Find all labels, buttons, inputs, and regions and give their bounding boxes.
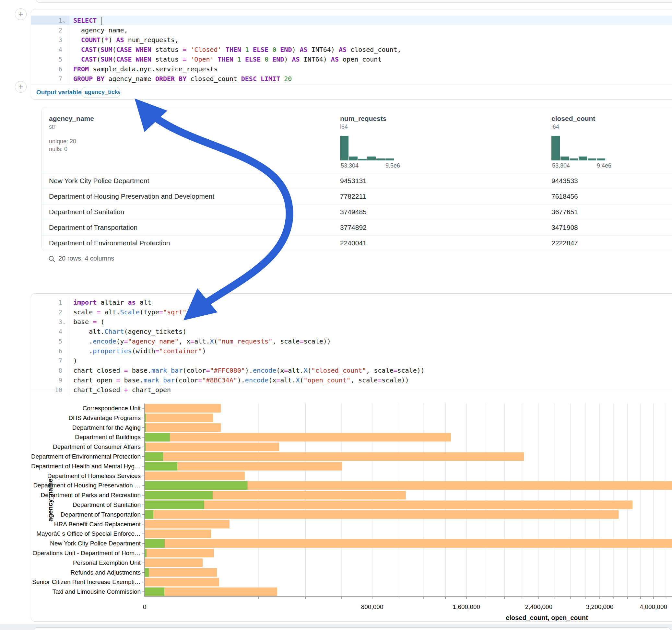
column-type: str (49, 123, 55, 130)
row-divider (42, 235, 672, 236)
altair-chart: 800,0001,600,0002,400,0003,200,0004,000,… (31, 391, 672, 622)
x-tick-label: 3,200,000 (586, 603, 614, 610)
y-tick-label: Department for the Aging (72, 424, 141, 431)
y-tick-label: Mayorâ€ s Office of Special Enforce… (36, 530, 141, 537)
line-number: 8 (31, 366, 62, 375)
y-tick-label: Senior Citizen Rent Increase Exempti… (32, 579, 141, 585)
histogram-bar (367, 156, 376, 161)
histogram-max-label: 9.4e6 (597, 162, 611, 169)
line-number: 1 (31, 297, 62, 307)
table-cell: 3774892 (340, 224, 367, 232)
y-tick-label: DHS Advantage Programs (68, 414, 141, 421)
output-variable-pill[interactable]: agency_tickets (81, 87, 120, 98)
code-text: .encode(y="agency_name", x=alt.X("num_re… (73, 336, 331, 346)
y-tick-label: Operations Unit - Department of Hom… (32, 550, 141, 556)
line-number: 4 (31, 327, 62, 336)
histogram-bar (560, 156, 569, 161)
column-header[interactable]: num_requests (340, 115, 387, 122)
bar-closed_count (145, 404, 221, 413)
next-cell-border (34, 627, 671, 630)
table-cell: 7782211 (340, 193, 366, 200)
code-text: CAST(SUM(CASE WHEN status = 'Closed' THE… (73, 45, 401, 54)
code-line[interactable]: 4 alt.Chart(agency_tickets) (31, 327, 672, 336)
row-divider (42, 204, 672, 204)
x-tick-label: 2,400,000 (525, 603, 553, 610)
table-cell: 3749485 (340, 208, 367, 216)
table-cell: 3677651 (551, 208, 578, 216)
column-type: i64 (340, 123, 348, 130)
histogram-bar (588, 159, 596, 161)
code-line[interactable]: 5 CAST(SUM(CASE WHEN status = 'Open' THE… (31, 54, 672, 64)
y-tick-label: HRA Benefit Card Replacement (54, 521, 141, 528)
bar-chart-canvas: 800,0001,600,0002,400,0003,200,0004,000,… (31, 391, 672, 622)
table-cell: 2240041 (340, 239, 367, 247)
column-histogram[interactable] (551, 136, 606, 161)
table-cell: Department of Environmental Protection (49, 239, 170, 247)
column-header[interactable]: agency_name (49, 115, 94, 122)
code-line[interactable]: 1⌄SELECT (31, 16, 672, 25)
table-row-count: 20 rows, 4 columns (58, 255, 114, 262)
table-cell: 3471908 (551, 224, 578, 232)
y-tick-label: Department of Buildings (75, 434, 141, 440)
code-line[interactable]: 4 CAST(SUM(CASE WHEN status = 'Closed' T… (31, 45, 672, 54)
code-text: CAST(SUM(CASE WHEN status = 'Open' THEN … (73, 54, 382, 64)
notebook-page: + + 1⌄SELECT 2 agency_name,3 COUNT(*) AS… (0, 0, 672, 630)
line-number: 9 (31, 375, 62, 385)
code-line[interactable]: 7GROUP BY agency_name ORDER BY closed_co… (31, 74, 672, 83)
code-text: ) (73, 356, 77, 366)
y-tick-label: Department of Health and Mental Hyg… (31, 463, 141, 469)
row-divider (42, 173, 672, 173)
add-cell-button[interactable]: + (15, 81, 27, 93)
bar-closed_count (145, 568, 217, 577)
fold-chevron-icon[interactable]: ⌄ (63, 317, 68, 327)
code-line[interactable]: 9chart_open = base.mark_bar(color="#8BC3… (31, 375, 672, 385)
line-number: 5 (31, 54, 62, 64)
y-tick-label: Department of Environmental Protection (31, 453, 141, 460)
y-tick-label: Department of Consumer Affairs (53, 443, 141, 450)
code-line[interactable]: 8chart_closed = base.mark_bar(color="#FF… (31, 366, 672, 375)
histogram-min-label: 53,304 (341, 162, 359, 169)
column-histogram[interactable] (340, 136, 395, 161)
fold-chevron-icon[interactable]: ⌄ (63, 16, 68, 26)
gutter-divider (69, 297, 69, 395)
code-line[interactable]: 6 .properties(width="container") (31, 346, 672, 356)
table-cell: Department of Sanitation (49, 208, 124, 216)
histogram-bar (376, 159, 385, 161)
code-text: .properties(width="container") (73, 346, 206, 356)
column-stats: unique: 20 (49, 138, 76, 145)
line-number: 6 (31, 64, 62, 74)
code-line[interactable]: 3⌄base = ( (31, 317, 672, 327)
code-line[interactable]: 7) (31, 356, 672, 366)
table-cell: 7618456 (551, 193, 578, 200)
bar-open_count (145, 481, 248, 490)
table-cell: 9443533 (551, 177, 578, 185)
code-line[interactable]: 1import altair as alt (31, 297, 672, 307)
column-header[interactable]: closed_count (551, 115, 595, 122)
line-number: 2 (31, 25, 62, 35)
histogram-bar (349, 156, 358, 161)
histogram-bar (597, 159, 605, 161)
bar-closed_count (145, 520, 230, 529)
code-line[interactable]: 5 .encode(y="agency_name", x=alt.X("num_… (31, 336, 672, 346)
y-tick-label: Personal Exemption Unit (73, 559, 141, 566)
histogram-bar (340, 136, 349, 161)
column-type: i64 (551, 123, 559, 130)
add-cell-button[interactable]: + (15, 8, 27, 20)
code-line[interactable]: 2scale = alt.Scale(type="sqrt") (31, 307, 672, 317)
histogram-bar (570, 159, 578, 161)
bar-closed_count (145, 423, 221, 432)
bar-closed_count (145, 530, 211, 538)
histogram-bar (358, 159, 367, 161)
code-text: FROM sample_data.nyc.service_requests (73, 64, 218, 74)
code-line[interactable]: 2 agency_name, (31, 25, 672, 35)
histogram-max-label: 9.5e6 (385, 162, 400, 169)
y-tick-label: Refunds and Adjustments (70, 569, 141, 576)
output-variable-row: Output variable: agency_tickets (31, 84, 672, 100)
search-icon[interactable] (48, 255, 56, 263)
code-line[interactable]: 6FROM sample_data.nyc.service_requests (31, 64, 672, 74)
code-text: SELECT (73, 16, 101, 25)
code-line[interactable]: 3 COUNT(*) AS num_requests, (31, 35, 672, 45)
bar-closed_count (145, 539, 672, 548)
bar-open_count (145, 462, 177, 470)
bar-closed_count (145, 549, 214, 558)
